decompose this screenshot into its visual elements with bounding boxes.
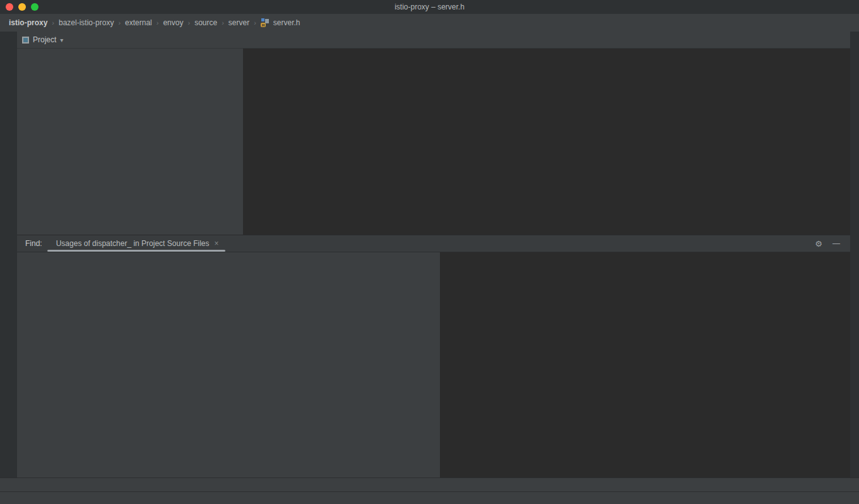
- breadcrumb-item[interactable]: envoy: [163, 18, 183, 27]
- breadcrumb-item[interactable]: bazel-istio-proxy: [59, 18, 114, 27]
- tool-window-bar: [0, 478, 859, 491]
- gear-icon[interactable]: ⚙: [815, 239, 822, 249]
- window-title: istio-proxy – server.h: [0, 3, 859, 11]
- find-tool-window: Find: Usages of dispatcher_ in Project S…: [17, 235, 850, 478]
- title-bar: istio-proxy – server.h: [0, 0, 859, 15]
- breadcrumb-item[interactable]: server: [228, 18, 249, 27]
- crumb-separator-icon: ›: [157, 19, 159, 26]
- editor-tabs: [243, 32, 850, 49]
- breadcrumb: istio-proxy›bazel-istio-proxy›external›e…: [9, 18, 300, 27]
- editor-area: [243, 32, 850, 235]
- project-panel-header: Project ▾: [17, 32, 243, 49]
- close-icon[interactable]: ×: [214, 239, 218, 248]
- crumb-separator-icon: ›: [254, 19, 256, 26]
- crumb-separator-icon: ›: [52, 19, 54, 26]
- editor-breadcrumbs: [243, 221, 850, 235]
- find-results-tab[interactable]: Usages of dispatcher_ in Project Source …: [56, 239, 219, 248]
- breadcrumb-item[interactable]: istio-proxy: [9, 18, 47, 27]
- breadcrumb-item[interactable]: source: [194, 18, 217, 27]
- chevron-down-icon[interactable]: ▾: [60, 37, 63, 44]
- find-toolbar: [17, 252, 33, 478]
- crumb-separator-icon: ›: [222, 19, 224, 26]
- project-tool-window: Project ▾: [17, 32, 244, 235]
- hide-panel-icon[interactable]: —: [832, 239, 840, 249]
- project-view-icon: [22, 37, 29, 44]
- find-panel-header: Find: Usages of dispatcher_ in Project S…: [17, 235, 850, 252]
- file-h-icon: H: [261, 18, 270, 27]
- status-bar: [0, 491, 859, 504]
- ide-window: istio-proxy – server.h istio-proxy›bazel…: [0, 0, 859, 504]
- find-tab-underline: [47, 250, 225, 252]
- project-panel-title: Project: [33, 35, 56, 44]
- find-label: Find:: [25, 239, 42, 248]
- breadcrumb-file-label: server.h: [273, 18, 300, 27]
- breadcrumb-item[interactable]: external: [125, 18, 152, 27]
- navigation-bar: istio-proxy›bazel-istio-proxy›external›e…: [0, 14, 859, 32]
- crumb-separator-icon: ›: [118, 19, 121, 26]
- editor-code[interactable]: [243, 48, 850, 221]
- crumb-separator-icon: ›: [187, 19, 190, 26]
- right-tool-stripe: [850, 32, 859, 478]
- breadcrumb-file[interactable]: Hserver.h: [261, 18, 300, 27]
- left-tool-stripe: [0, 32, 18, 478]
- project-tree: [17, 49, 243, 235]
- find-tab-title: Usages of dispatcher_ in Project Source …: [56, 239, 210, 248]
- find-preview-editor[interactable]: [440, 252, 850, 478]
- find-results-tree: [33, 252, 440, 478]
